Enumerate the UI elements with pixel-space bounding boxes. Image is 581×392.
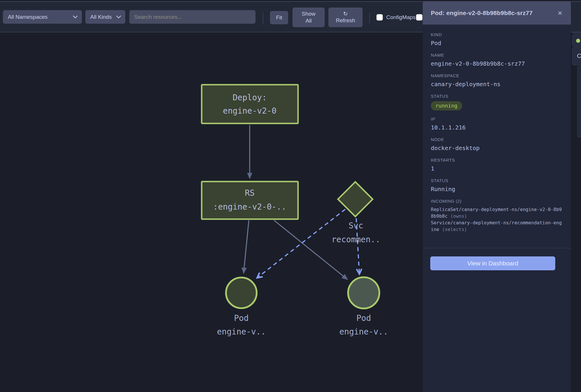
field-namespace: NAMESPACE canary-deployment-ns — [431, 73, 563, 88]
node-service-name-label: recommen.. — [332, 235, 380, 244]
field-kind: KIND Pod — [431, 32, 563, 47]
panel-title: Pod: engine-v2-0-8b98b9b8c-srz77 — [431, 10, 533, 16]
show-all-button[interactable]: Show All — [293, 8, 325, 27]
view-in-dashboard-button[interactable]: View in Dashboard — [430, 256, 555, 270]
field-label: NAME — [431, 53, 563, 58]
edge-strip-tile-label[interactable]: C — [572, 47, 581, 65]
node-pod-1[interactable]: Pod engine-v.. — [217, 278, 266, 336]
field-name: NAME engine-v2-0-8b98b9b8c-srz77 — [431, 53, 563, 67]
configmaps-checkbox-label: ConfigMaps — [386, 14, 415, 21]
node-replicaset[interactable]: RS :engine-v2-0-.. — [202, 182, 298, 219]
node-deployment[interactable]: Deploy: engine-v2-0 — [202, 85, 298, 123]
field-label: NAMESPACE — [431, 73, 563, 78]
edge-rs-to-pod2 — [274, 220, 347, 279]
field-status-badge: STATUS running — [431, 94, 563, 110]
search-input[interactable] — [129, 10, 255, 24]
secrets-checkbox-partial[interactable] — [416, 14, 422, 21]
namespace-select-value: All Namespaces — [8, 14, 47, 20]
field-value: engine-v2-0-8b98b9b8c-srz77 — [431, 60, 563, 67]
node-pod-2-name-label: engine-v.. — [339, 327, 388, 336]
toolbar-divider — [369, 13, 370, 24]
status-badge: running — [431, 101, 462, 110]
field-label: IP — [431, 117, 563, 121]
field-value: Pod — [431, 40, 563, 47]
refresh-icon: ↻ — [343, 11, 348, 17]
node-replicaset-kind-label: RS — [245, 188, 255, 198]
field-restarts: RESTARTS 1 — [431, 158, 563, 172]
field-value: 1 — [431, 165, 563, 172]
panel-body: KIND Pod NAME engine-v2-0-8b98b9b8c-srz7… — [423, 25, 571, 233]
edge-strip-tile-status[interactable] — [572, 35, 581, 47]
node-replicaset-name-label: :engine-v2-0-.. — [213, 202, 286, 212]
fit-button[interactable]: Fit — [270, 11, 288, 24]
field-value: Running — [431, 186, 563, 193]
node-deployment-name-label: engine-v2-0 — [223, 106, 276, 116]
field-label: KIND — [431, 32, 563, 37]
kind-select[interactable]: All Kinds — [85, 10, 125, 24]
node-pod-2-selected[interactable]: Pod engine-v.. — [339, 277, 388, 336]
chevron-down-icon — [73, 16, 78, 19]
field-node: NODE docker-desktop — [431, 137, 563, 151]
show-all-label-line2: All — [306, 17, 312, 24]
close-icon[interactable]: × — [558, 9, 562, 17]
node-pod-1-kind-label: Pod — [234, 313, 249, 323]
field-status-text: STATUS Running — [431, 178, 563, 193]
panel-footer: View in Dashboard — [423, 248, 571, 270]
field-label: INCOMING (2) — [431, 199, 563, 204]
field-value: 10.1.1.216 — [431, 124, 563, 131]
node-service-kind-label: Svc — [349, 221, 363, 230]
panel-header: Pod: engine-v2-0-8b98b9b8c-srz77 × — [423, 1, 571, 25]
resource-details-panel: Pod: engine-v2-0-8b98b9b8c-srz77 × KIND … — [423, 1, 571, 392]
field-incoming: INCOMING (2) ReplicaSet/canary-deploymen… — [431, 199, 563, 233]
chevron-down-icon — [116, 16, 121, 19]
incoming-entry-relation: (selects) — [442, 227, 467, 232]
incoming-entry: Service/canary-deployment-ns/recommendat… — [431, 219, 563, 233]
toolbar-divider — [263, 13, 263, 24]
field-value: canary-deployment-ns — [431, 81, 563, 88]
fit-button-label: Fit — [276, 14, 282, 21]
field-label: STATUS — [431, 94, 563, 99]
node-pod-1-name-label: engine-v.. — [217, 327, 266, 336]
node-pod-2-kind-label: Pod — [356, 313, 371, 323]
status-dot-icon — [576, 39, 580, 43]
show-all-label-line1: Show — [302, 10, 316, 17]
field-value: docker-desktop — [431, 145, 563, 151]
field-label: NODE — [431, 137, 563, 142]
configmaps-checkbox[interactable] — [376, 14, 383, 21]
field-label: RESTARTS — [431, 158, 563, 162]
node-service[interactable]: Svc recommen.. — [332, 182, 380, 244]
edge-strip-letter: C — [577, 52, 581, 59]
field-label: STATUS — [431, 178, 563, 183]
kind-select-value: All Kinds — [90, 14, 112, 20]
refresh-button-label: Refresh — [336, 17, 355, 24]
incoming-entry: ReplicaSet/canary-deployment-ns/engine-v… — [431, 206, 563, 219]
edge-rs-to-pod1 — [244, 220, 249, 273]
incoming-entry-relation: (owns) — [450, 213, 467, 219]
edge-strip-tile-bottom — [577, 66, 581, 137]
refresh-button[interactable]: ↻ Refresh — [328, 8, 363, 27]
node-deployment-kind-label: Deploy: — [233, 93, 267, 102]
namespace-select[interactable]: All Namespaces — [3, 10, 82, 24]
field-ip: IP 10.1.1.216 — [431, 117, 563, 131]
